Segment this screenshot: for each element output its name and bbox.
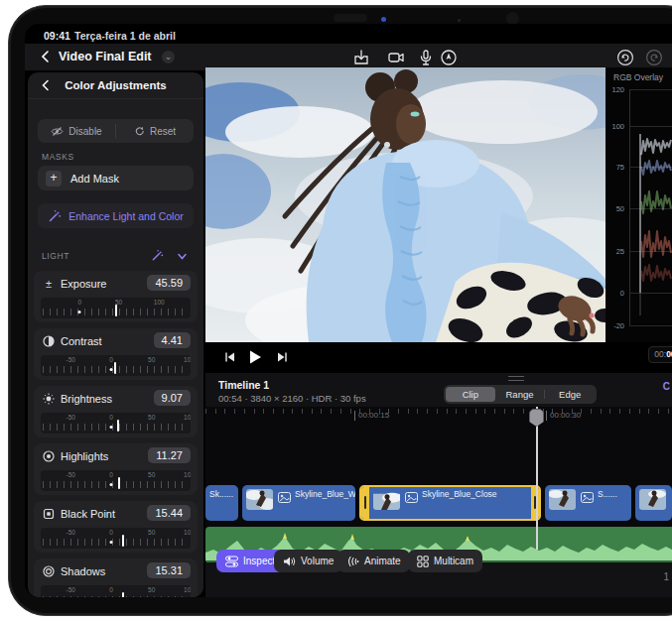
add-mask-button[interactable]: + Add Mask [38,166,194,190]
tick-label: 0 [77,299,81,306]
tick-label: -50 [66,529,74,536]
volume-button[interactable]: Volume [274,550,342,572]
clip-thumbnail [246,489,273,510]
camera-indicator-dot [381,17,386,22]
mode-clip[interactable]: Clip [446,387,495,402]
undo-icon[interactable] [616,49,634,66]
tick-label: -50 [66,471,74,478]
disable-button[interactable]: Disable [38,119,115,143]
camera-icon[interactable] [387,49,405,66]
mode-edge[interactable]: Edge [545,387,595,402]
slider-value[interactable]: 45.59 [147,275,191,291]
top-toolbar: Video Final Edit ⌄ [25,44,672,70]
origin-dot [109,368,112,371]
skip-to-end-icon[interactable] [275,350,289,364]
pencil-tools-icon[interactable] [440,49,458,66]
slider-name: Black Point [61,508,115,520]
tick-label: 50 [148,356,155,363]
slider-ruler[interactable]: -50 0 50 100 [41,470,191,491]
multicam-button[interactable]: Multicam [408,550,482,572]
slider-ruler[interactable]: -50 0 50 100 [41,355,191,376]
animate-button[interactable]: Animate [337,550,410,572]
back-chevron-icon[interactable] [39,50,53,63]
tool-label: Multicam [434,556,473,566]
disable-label: Disable [68,126,101,137]
title-chevron-down-icon[interactable]: ⌄ [162,51,175,63]
light-wand-icon[interactable] [151,249,164,262]
magic-wand-icon [48,209,62,223]
ambient-sensor-dot [458,19,461,22]
trim-handle-right[interactable] [531,487,539,519]
timeline-track-area[interactable]: 00:00:15 00:00:30 Sk...... Skyline_Blue_… [205,407,672,550]
tick-label: 50 [148,529,155,536]
tool-label: Volume [301,556,334,566]
tick-marks [43,596,189,597]
slider-ruler[interactable]: -50 0 50 100 [41,413,191,434]
slider-ruler[interactable]: -50 0 50 100 [41,585,191,597]
clip-partial-s[interactable]: S...... [545,485,631,521]
slider-thumb[interactable] [122,592,124,597]
reset-button[interactable]: Reset [116,119,194,143]
tool-label: Animate [364,556,401,566]
light-collapse-chevron-icon[interactable] [177,251,188,262]
cut-off-control-label[interactable]: C [663,381,670,392]
slider-ruler[interactable]: -50 0 50 100 [41,528,191,549]
clip-thumbnail [373,489,400,510]
timeline-name[interactable]: Timeline 1 [218,379,269,391]
slider-thumb[interactable] [122,535,124,547]
play-button-icon[interactable] [247,349,263,365]
redo-icon[interactable] [645,49,663,66]
scope-tick-label: 75 [605,163,624,172]
photo-icon [278,492,291,503]
clip-skyline-blue-wide[interactable]: Skyline_Blue_Wide [242,485,355,521]
project-title[interactable]: Video Final Edit [59,50,152,63]
black-point-icon [43,508,55,520]
disable-reset-group: Disable Reset [38,119,194,143]
video-preview[interactable] [205,67,607,342]
slider-thumb[interactable] [114,362,116,374]
timecode-hours: 00: [654,349,666,359]
slider-value[interactable]: 9.07 [154,390,191,406]
scope-tick-label: 100 [605,122,624,131]
ruler-time-label: 00:00:30 [546,411,581,421]
enhance-light-color-button[interactable]: Enhance Light and Color [38,203,194,228]
tool-label: Inspect [243,556,275,566]
clip-skyline-blue-close-selected[interactable]: Skyline_Blue_Close [359,485,541,521]
slider-value[interactable]: 4.41 [154,332,191,348]
slider-name: Highlights [61,450,108,462]
tick-label: 100 [184,586,191,593]
import-media-icon[interactable] [352,49,370,66]
scope-tick-label: -20 [605,321,624,330]
tick-label: 100 [184,529,191,536]
slider-value[interactable]: 15.44 [147,505,191,521]
slider-value[interactable]: 11.27 [148,447,191,463]
clip-partial-left[interactable]: Sk...... [205,485,238,521]
origin-dot [109,426,112,429]
origin-dot [109,541,112,544]
slider-value[interactable]: 15.31 [147,562,191,578]
skip-to-start-icon[interactable] [223,350,237,364]
slider-ruler[interactable]: 0 50 100 [41,298,191,318]
rgb-overlay-scope: RGB Overlay 120 100 75 50 25 0 -20 [605,67,672,342]
slider-name: Shadows [61,565,105,577]
trim-handle-left[interactable] [361,487,369,519]
timecode-display[interactable]: 00:00:27:17 [648,346,672,363]
tick-label: -50 [66,356,74,363]
slider-thumb[interactable] [117,420,119,432]
clip-partial-right[interactable] [635,485,672,521]
timeline-drag-handle[interactable] [508,376,524,381]
tick-label: 0 [109,586,113,593]
tick-label: 50 [148,414,155,421]
tick-marks [43,424,189,431]
microphone-icon[interactable] [417,49,435,66]
origin-dot [78,310,81,313]
photo-icon [405,492,418,503]
slider-thumb[interactable] [118,477,120,489]
slider-thumb[interactable] [115,305,117,316]
mode-range[interactable]: Range [495,387,545,402]
clip-label: Sk...... [209,489,233,499]
clip-label: S...... [598,489,617,499]
tick-label: 0 [109,471,113,478]
light-section-label: LIGHT [42,251,69,261]
screenshot-stage: 09:41 Terça-feira 1 de abril Video Final… [0,0,672,621]
